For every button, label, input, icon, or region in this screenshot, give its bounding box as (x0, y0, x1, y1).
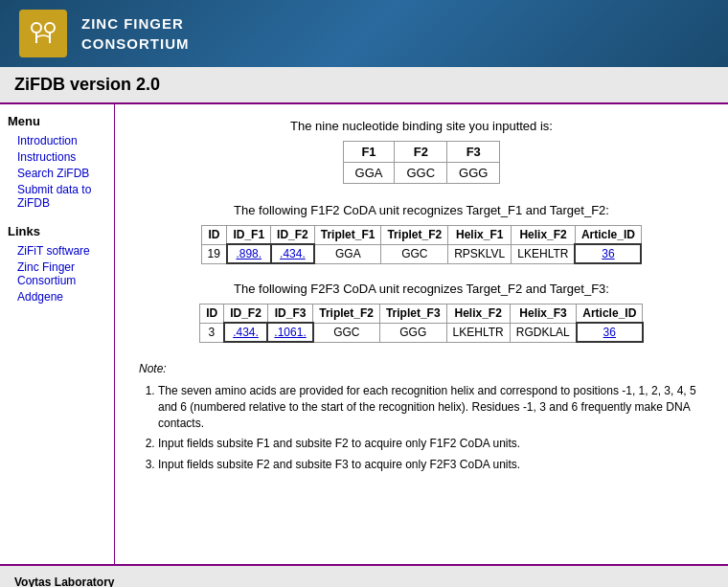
coda1-section: The following F1F2 CoDA unit recognizes … (139, 203, 704, 264)
notes-section: Note: The seven amino acids are provided… (139, 362, 704, 473)
lab-name: Voytas Laboratory (14, 576, 714, 587)
coda1-col-helix-f1: Helix_F1 (448, 226, 512, 245)
header-title: ZINC FINGER CONSORTIUM (81, 13, 190, 54)
coda2-col-helix-f3: Helix_F3 (510, 305, 577, 324)
title-bar: ZiFDB version 2.0 (0, 67, 728, 104)
coda1-col-helix-f2: Helix_F2 (512, 226, 576, 245)
coda2-table: ID ID_F2 ID_F3 Triplet_F2 Triplet_F3 Hel… (199, 304, 644, 343)
logo-icon (24, 14, 62, 53)
links-title: Links (8, 224, 106, 238)
note-1: The seven amino acids are provided for e… (158, 383, 704, 431)
coda2-id: 3 (200, 323, 224, 342)
coda2-col-triplet-f3: Triplet_F3 (379, 305, 446, 324)
menu-title: Menu (8, 114, 106, 128)
binding-col-f1: F1 (343, 142, 395, 163)
coda2-col-article: Article_ID (577, 305, 643, 324)
sidebar-item-search[interactable]: Search ZiFDB (8, 167, 106, 180)
binding-site-title: The nine nucleotide binding site you inp… (139, 119, 704, 133)
coda2-id-f2[interactable]: .434. (224, 323, 268, 342)
coda1-article[interactable]: 36 (575, 244, 641, 263)
sidebar-item-submit[interactable]: Submit data to ZiFDB (8, 183, 106, 210)
notes-list: The seven amino acids are provided for e… (158, 383, 704, 473)
coda2-helix-f2: LKEHLTR (446, 323, 510, 342)
coda2-article[interactable]: 36 (577, 323, 643, 342)
binding-val-f3: GGG (447, 163, 500, 184)
coda1-helix-f2: LKEHLTR (512, 244, 576, 263)
coda2-col-id-f2: ID_F2 (224, 305, 268, 324)
coda1-id-f1[interactable]: .898. (227, 244, 271, 263)
binding-val-f2: GGC (395, 163, 447, 184)
coda2-triplet-f2: GGC (313, 323, 380, 342)
coda1-title: The following F1F2 CoDA unit recognizes … (139, 203, 704, 217)
sidebar-item-introduction[interactable]: Introduction (8, 134, 106, 147)
footer: Voytas Laboratory University of Minnesot… (0, 564, 728, 587)
page-title: ZiFDB version 2.0 (14, 75, 714, 95)
header: ZINC FINGER CONSORTIUM (0, 0, 728, 67)
coda1-triplet-f2: GGC (381, 244, 448, 263)
binding-col-f2: F2 (395, 142, 447, 163)
coda1-col-id-f1: ID_F1 (227, 226, 271, 245)
coda2-col-id-f3: ID_F3 (267, 305, 312, 324)
coda1-row: 19 .898. .434. GGA GGC RPSKLVL LKEHLTR 3… (201, 244, 641, 263)
coda2-helix-f3: RGDKLAL (510, 323, 577, 342)
coda1-table: ID ID_F1 ID_F2 Triplet_F1 Triplet_F2 Hel… (201, 225, 643, 264)
note-3: Input fields subsite F2 and subsite F3 t… (158, 457, 704, 473)
binding-site-section: The nine nucleotide binding site you inp… (139, 119, 704, 184)
content: The nine nucleotide binding site you inp… (115, 104, 728, 564)
coda2-title: The following F2F3 CoDA unit recognizes … (139, 282, 704, 296)
coda1-col-id-f2: ID_F2 (271, 226, 315, 245)
coda2-id-f3[interactable]: .1061. (267, 323, 312, 342)
links-section: Links ZiFiT software Zinc Finger Consort… (8, 224, 106, 304)
coda1-id: 19 (201, 244, 227, 263)
coda1-helix-f1: RPSKLVL (448, 244, 512, 263)
coda2-col-id: ID (200, 305, 224, 324)
binding-site-table: F1 F2 F3 GGA GGC GGG (343, 141, 501, 184)
sidebar-link-zfc[interactable]: Zinc Finger Consortium (8, 260, 106, 287)
coda2-section: The following F2F3 CoDA unit recognizes … (139, 282, 704, 343)
sidebar-item-instructions[interactable]: Instructions (8, 150, 106, 164)
coda2-col-triplet-f2: Triplet_F2 (313, 305, 380, 324)
coda1-col-triplet-f1: Triplet_F1 (314, 226, 381, 245)
binding-val-f1: GGA (343, 163, 395, 184)
coda1-id-f2[interactable]: .434. (271, 244, 315, 263)
logo (19, 10, 67, 57)
note-label: Note: (139, 362, 704, 375)
coda1-col-triplet-f2: Triplet_F2 (381, 226, 448, 245)
main-layout: Menu Introduction Instructions Search Zi… (0, 104, 728, 564)
coda2-col-helix-f2: Helix_F2 (446, 305, 510, 324)
coda1-col-article: Article_ID (575, 226, 641, 245)
coda1-triplet-f1: GGA (314, 244, 381, 263)
note-2: Input fields subsite F1 and subsite F2 t… (158, 436, 704, 452)
svg-rect-0 (26, 16, 60, 51)
coda1-col-id: ID (201, 226, 227, 245)
binding-col-f3: F3 (447, 142, 500, 163)
sidebar-link-addgene[interactable]: Addgene (8, 290, 106, 304)
coda2-triplet-f3: GGG (379, 323, 446, 342)
sidebar-link-zifit[interactable]: ZiFiT software (8, 244, 106, 258)
coda2-row: 3 .434. .1061. GGC GGG LKEHLTR RGDKLAL 3… (200, 323, 643, 342)
sidebar: Menu Introduction Instructions Search Zi… (0, 104, 115, 564)
